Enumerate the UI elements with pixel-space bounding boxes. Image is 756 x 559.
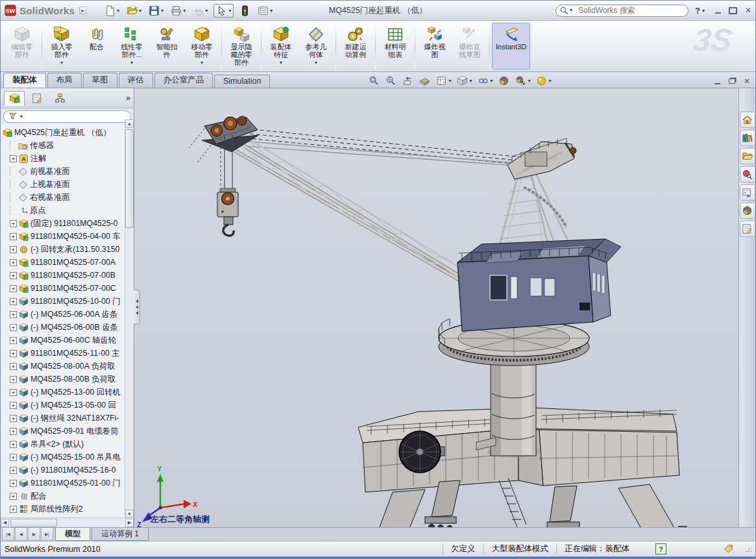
ribbon-move-component-button[interactable]: 移动零部件▾ <box>184 23 219 69</box>
tree-item[interactable]: +911801MQ4525-10-00 门 <box>3 295 125 308</box>
tree-item[interactable]: +(-) MQ4525-15-00 吊具电 <box>3 451 125 464</box>
dropdown-arrow-icon[interactable]: ▾ <box>161 8 164 14</box>
quick-tips-help-icon[interactable]: ? <box>655 543 666 554</box>
dropdown-arrow-icon[interactable]: ▾ <box>548 78 551 84</box>
task-pane-appearances-scenes-button[interactable] <box>740 203 755 219</box>
tree-item[interactable]: +(-) MQ4525-06-00B 齿条 <box>3 321 125 334</box>
expand-icon[interactable]: + <box>10 155 17 162</box>
ribbon-exploded-view-button[interactable]: 爆炸视图 <box>417 23 452 69</box>
tree-item[interactable]: +吊具<2> (默认) <box>3 438 125 451</box>
ribbon-explode-sketch-button[interactable]: 爆炸直线草图 <box>452 23 487 69</box>
scrollbar-thumb[interactable] <box>125 129 134 228</box>
expand-icon[interactable]: + <box>10 233 17 240</box>
panel-tab-feature-manager[interactable] <box>4 91 25 106</box>
tree-root-item[interactable]: MQ4525门座起重机 （低） <box>3 126 125 139</box>
command-tab-1[interactable]: 布局 <box>47 73 82 88</box>
undo-button[interactable]: ▾ <box>191 5 209 17</box>
tree-item[interactable]: +911801MQ4525-07-00B <box>3 269 125 282</box>
ribbon-mate-button[interactable]: 配合 <box>79 23 114 69</box>
open-button[interactable]: ▾ <box>125 5 143 17</box>
panel-tab-property-manager[interactable] <box>27 91 47 106</box>
tree-item[interactable]: +局部圆周阵列1 <box>3 516 125 517</box>
dropdown-arrow-icon[interactable]: ▾ <box>448 78 451 84</box>
tree-item[interactable]: 上视基准面 <box>3 178 125 191</box>
ribbon-bom-button[interactable]: 材料明细表 <box>378 23 413 69</box>
ribbon-smart-fasteners-button[interactable]: 智能扣件 <box>149 23 184 69</box>
search-scope-dropdown-icon[interactable]: ▾ <box>570 7 572 13</box>
expand-icon[interactable]: + <box>10 376 17 383</box>
scrollbar-thumb[interactable] <box>10 519 57 527</box>
options-button[interactable]: ▾ <box>256 5 274 17</box>
scroll-up-icon[interactable]: ▲ <box>125 119 134 128</box>
save-button[interactable]: ▾ <box>147 5 165 17</box>
ribbon-edit-component-button[interactable]: 编辑零部件 <box>5 23 40 69</box>
section-view-button[interactable] <box>419 75 430 86</box>
tree-item[interactable]: 原点 <box>3 204 125 217</box>
expand-icon[interactable]: + <box>10 246 17 253</box>
tree-horizontal-scrollbar[interactable]: ◀ ▶ <box>1 517 134 527</box>
expand-icon[interactable]: + <box>10 324 17 331</box>
document-minimize-button[interactable] <box>714 78 720 84</box>
tree-item[interactable]: +(-) MQ4525-13-00 回转机 <box>3 386 125 399</box>
dropdown-arrow-icon[interactable]: ▾ <box>315 60 317 66</box>
expand-icon[interactable]: + <box>10 363 17 370</box>
zoom-to-fit-button[interactable] <box>369 75 380 86</box>
hide-show-items-button[interactable]: ▾ <box>478 75 493 86</box>
tree-item[interactable]: +MQ4525-09-01 电缆卷筒 <box>3 425 125 438</box>
tree-item[interactable]: 传感器 <box>3 139 125 152</box>
filter-dropdown-icon[interactable]: ▾ <box>20 114 23 119</box>
rebuild-button[interactable] <box>238 5 252 17</box>
ribbon-assembly-features-button[interactable]: 装配体特征▾ <box>263 23 299 69</box>
expand-icon[interactable]: + <box>10 350 17 357</box>
scroll-right-icon[interactable]: ▶ <box>125 519 134 527</box>
command-tab-5[interactable]: Simulation <box>214 75 270 88</box>
expand-icon[interactable]: + <box>10 480 17 487</box>
ribbon-show-hidden-button[interactable]: 显示隐藏的零部件 <box>224 23 259 69</box>
menu-flyout-icon[interactable]: ▸ <box>79 6 86 14</box>
tree-item[interactable]: +(-) 钢丝绳 32NAT18X7Fi- <box>3 412 125 425</box>
dropdown-arrow-icon[interactable]: ▾ <box>228 8 231 14</box>
dropdown-arrow-icon[interactable]: ▾ <box>280 60 282 66</box>
graphics-area[interactable]: Y X Z *左右二等角轴测 <box>134 88 738 527</box>
close-button[interactable]: ✕ <box>745 6 751 14</box>
expand-icon[interactable]: + <box>10 259 17 266</box>
command-tab-2[interactable]: 草图 <box>83 73 117 88</box>
expand-icon[interactable]: + <box>10 428 17 435</box>
expand-icon[interactable]: + <box>10 389 17 396</box>
ribbon-motion-study-button[interactable]: 新建运动算例 <box>338 23 373 69</box>
new-document-button[interactable]: ▾ <box>103 5 121 17</box>
ribbon-linear-pattern-button[interactable]: 线性零部件...▾ <box>114 23 149 69</box>
view-orientation-button[interactable]: ▾ <box>436 75 451 86</box>
tree-vertical-scrollbar[interactable]: ▲ ▼ <box>125 119 134 518</box>
tree-item[interactable]: +A注解 <box>3 152 125 165</box>
tab-scroll-last-icon[interactable]: ▶| <box>41 528 53 541</box>
maximize-button[interactable] <box>729 7 737 14</box>
panel-splitter-handle[interactable] <box>134 290 140 325</box>
expand-icon[interactable]: + <box>10 441 17 448</box>
tab-scroll-next-icon[interactable]: ▶ <box>28 528 40 541</box>
expand-icon[interactable]: + <box>10 402 17 409</box>
task-pane-custom-properties-button[interactable] <box>740 221 755 237</box>
tab-scroll-first-icon[interactable]: |◀ <box>2 528 14 541</box>
document-close-button[interactable]: ✕ <box>744 77 750 85</box>
task-pane-design-library-button[interactable] <box>740 130 755 146</box>
print-button[interactable]: ▾ <box>169 5 187 17</box>
tree-item[interactable]: +911801MQ4525-11-00 主 <box>3 347 125 360</box>
command-tab-3[interactable]: 评估 <box>119 73 153 88</box>
help-button[interactable]: ? ▾ <box>695 6 705 16</box>
tree-item[interactable]: +配合 <box>3 490 125 503</box>
scroll-down-icon[interactable]: ▼ <box>125 510 134 518</box>
dropdown-arrow-icon[interactable]: ▾ <box>60 60 63 66</box>
tree-item[interactable]: +局部线性阵列2 <box>3 503 125 516</box>
task-pane-search-button[interactable] <box>740 166 755 182</box>
tree-item[interactable]: 右视基准面 <box>3 191 125 204</box>
expand-icon[interactable]: + <box>10 467 17 474</box>
command-tab-0[interactable]: 装配体 <box>3 73 46 88</box>
dropdown-arrow-icon[interactable]: ▾ <box>270 8 273 14</box>
task-pane-view-palette-button[interactable] <box>740 184 755 201</box>
command-tab-4[interactable]: 办公室产品 <box>154 73 213 88</box>
tree-item[interactable]: +(-) 回转支承(131.50.3150 <box>3 243 125 256</box>
tree-item[interactable]: +MQ4525-08-00B 负荷取 <box>3 373 125 386</box>
tree-item[interactable]: +MQ4525-08-00A 负荷取 <box>3 360 125 373</box>
help-dropdown-icon[interactable]: ▾ <box>702 8 705 14</box>
